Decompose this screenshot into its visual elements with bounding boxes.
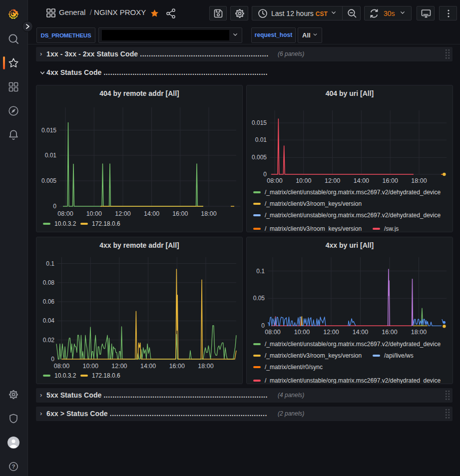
- svg-text:10:00: 10:00: [83, 363, 98, 370]
- svg-text:14:00: 14:00: [144, 210, 159, 217]
- svg-text:12:00: 12:00: [325, 177, 340, 184]
- svg-text:18:00: 18:00: [411, 177, 427, 184]
- svg-text:08:00: 08:00: [267, 177, 282, 184]
- svg-text:14:00: 14:00: [140, 363, 156, 370]
- svg-text:0.1: 0.1: [256, 268, 265, 275]
- svg-text:18:00: 18:00: [201, 210, 216, 217]
- svg-text:0.005: 0.005: [41, 177, 56, 184]
- svg-text:0.04: 0.04: [43, 317, 55, 324]
- svg-text:16:00: 16:00: [169, 363, 185, 370]
- svg-text:0.015: 0.015: [41, 127, 56, 134]
- svg-text:0: 0: [53, 203, 56, 210]
- svg-text:10:00: 10:00: [86, 210, 102, 217]
- svg-text:0.01: 0.01: [45, 152, 57, 159]
- svg-text:16:00: 16:00: [382, 329, 397, 336]
- svg-text:12:00: 12:00: [115, 210, 130, 217]
- svg-text:0.01: 0.01: [255, 136, 267, 143]
- svg-text:10:00: 10:00: [294, 329, 310, 336]
- svg-text:18:00: 18:00: [198, 363, 213, 370]
- svg-text:0: 0: [261, 322, 265, 329]
- svg-text:0.005: 0.005: [252, 154, 267, 161]
- svg-text:?: ?: [11, 464, 15, 470]
- svg-text:12:00: 12:00: [111, 363, 127, 370]
- svg-text:14:00: 14:00: [354, 177, 369, 184]
- svg-text:18:00: 18:00: [411, 329, 427, 336]
- svg-text:16:00: 16:00: [383, 177, 398, 184]
- svg-text:0.02: 0.02: [43, 337, 55, 344]
- svg-text:08:00: 08:00: [265, 329, 280, 336]
- svg-text:08:00: 08:00: [54, 363, 69, 370]
- svg-text:0.015: 0.015: [252, 119, 267, 126]
- svg-text:0: 0: [51, 356, 54, 363]
- svg-text:08:00: 08:00: [57, 210, 73, 217]
- svg-text:0.05: 0.05: [253, 295, 265, 302]
- svg-text:0.1: 0.1: [46, 260, 54, 267]
- svg-text:0: 0: [263, 171, 267, 178]
- svg-text:14:00: 14:00: [353, 329, 368, 336]
- svg-text:10:00: 10:00: [296, 177, 311, 184]
- svg-text:16:00: 16:00: [172, 210, 188, 217]
- svg-text:0.06: 0.06: [43, 298, 55, 305]
- svg-text:0.08: 0.08: [43, 279, 55, 286]
- svg-text:12:00: 12:00: [323, 329, 339, 336]
